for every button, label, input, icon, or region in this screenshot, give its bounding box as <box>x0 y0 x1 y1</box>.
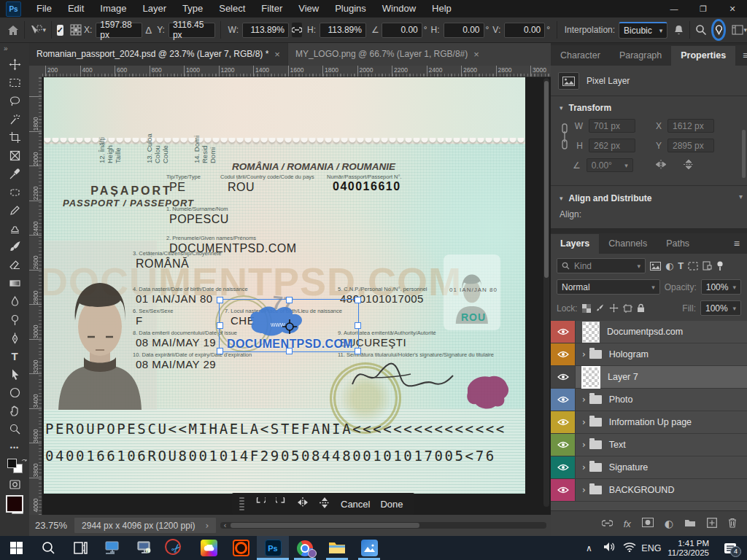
eyedropper-tool[interactable] <box>0 165 29 183</box>
layer-name[interactable]: Text <box>609 440 626 450</box>
blur-tool[interactable] <box>0 292 29 311</box>
visibility-eye-icon[interactable] <box>551 389 576 411</box>
orange-app-icon[interactable] <box>225 536 257 560</box>
start-button[interactable] <box>0 536 32 560</box>
transform-handle-w[interactable] <box>217 322 223 329</box>
flip-vertical-icon[interactable] <box>319 497 330 511</box>
transform-width-field[interactable]: 701 px <box>589 119 635 133</box>
tray-chevron-icon[interactable]: ∧ <box>580 543 597 553</box>
path-selection-tool[interactable] <box>0 365 29 384</box>
quick-mask-icon[interactable] <box>0 475 29 494</box>
menu-plugins[interactable]: Plugins <box>327 0 374 18</box>
crop-tool[interactable] <box>0 128 29 147</box>
type-tool[interactable]: T <box>0 347 29 365</box>
layer-name[interactable]: Information Up page <box>609 417 692 427</box>
ruler-corner[interactable] <box>29 66 43 77</box>
clock[interactable]: 1:41 PM 11/23/2025 <box>662 539 715 558</box>
task-view-icon[interactable] <box>64 536 96 560</box>
scroll-chevron[interactable]: ▾ <box>739 192 743 201</box>
width-field[interactable]: 113.89% <box>242 23 289 38</box>
menu-edit[interactable]: Edit <box>60 0 92 18</box>
eraser-tool[interactable] <box>0 256 29 274</box>
tab-paragraph[interactable]: Paragraph <box>610 46 671 66</box>
interpolation-dropdown[interactable]: Bicubic▾ <box>619 22 667 39</box>
transform-handle-s[interactable] <box>286 348 293 354</box>
minimize-button[interactable]: — <box>659 0 689 18</box>
layer-name[interactable]: Signature <box>609 462 649 472</box>
menu-type[interactable]: Type <box>174 0 211 18</box>
rotation-field[interactable]: 0.00 <box>382 23 422 38</box>
tool-preset-chevron[interactable]: ▾ <box>43 26 47 34</box>
filter-adjustment-layers-icon[interactable]: ◐ <box>665 260 673 271</box>
group-expand-chevron[interactable]: › <box>582 462 586 472</box>
transform-handle-nw[interactable] <box>217 297 223 303</box>
reference-point-locator-icon[interactable] <box>70 24 82 36</box>
visibility-eye-icon[interactable] <box>551 411 576 433</box>
bell-icon[interactable] <box>673 24 684 36</box>
foreground-color-swatch[interactable] <box>7 459 17 468</box>
transform-y-field[interactable]: 2895 px <box>667 139 714 152</box>
visibility-eye-icon[interactable] <box>551 321 576 343</box>
visibility-eye-icon[interactable] <box>551 434 576 456</box>
y-position-field[interactable]: 3116.45 px <box>169 23 215 38</box>
canvas-area[interactable]: 12. ÎnălțiHeighTaille 13. CuloaColouCoul… <box>42 77 551 515</box>
tab-channels[interactable]: Channels <box>599 234 657 254</box>
restore-button[interactable]: ❐ <box>689 0 718 18</box>
language-indicator[interactable]: ENG <box>641 543 659 553</box>
layer-row-layer7-selected[interactable]: Layer 7 <box>551 366 747 389</box>
transform-tool-icon[interactable] <box>30 24 43 36</box>
group-expand-chevron[interactable]: › <box>582 417 586 427</box>
shape-tool[interactable] <box>0 384 29 402</box>
docinfo-chevron[interactable]: › <box>206 521 209 531</box>
transform-handle-ne[interactable] <box>355 297 361 303</box>
snipping-tool-icon[interactable]: ✂ <box>160 536 193 560</box>
scrollbar-thumb[interactable] <box>544 81 549 278</box>
menu-file[interactable]: File <box>28 0 60 18</box>
link-dimensions-icon[interactable] <box>560 122 570 152</box>
photoshop-taskbar-icon[interactable]: Ps <box>257 536 289 560</box>
zoom-percentage[interactable]: 23.75% <box>29 520 74 531</box>
workspace-panel-icon[interactable] <box>732 25 743 35</box>
transform-section-header[interactable]: ▾Transform <box>551 96 747 113</box>
healing-brush-tool[interactable] <box>0 183 29 201</box>
height-field[interactable]: 113.89% <box>320 23 366 38</box>
blend-mode-dropdown[interactable]: Normal▾ <box>557 279 660 295</box>
lock-transparency-icon[interactable] <box>582 304 591 313</box>
panel-menu-icon[interactable]: ≡ <box>735 50 747 66</box>
volume-icon[interactable] <box>600 542 618 554</box>
pencil-tool[interactable] <box>0 201 29 219</box>
transform-handle-n[interactable] <box>286 297 293 303</box>
close-button[interactable]: ✕ <box>718 0 747 18</box>
layer-row-information[interactable]: › Information Up page <box>551 411 747 434</box>
relative-positioning-icon[interactable]: Δ <box>145 25 152 36</box>
new-group-icon[interactable] <box>684 518 696 529</box>
visibility-eye-icon[interactable] <box>551 479 576 501</box>
group-expand-chevron[interactable]: › <box>582 485 586 495</box>
panel-scrollbar[interactable] <box>742 130 746 178</box>
color-picker-swatch[interactable] <box>0 494 29 516</box>
lock-position-icon[interactable] <box>609 303 619 313</box>
layer-name[interactable]: Hologram <box>609 349 649 359</box>
lock-artboard-icon[interactable] <box>623 304 632 313</box>
search-icon[interactable] <box>695 24 707 36</box>
layer-thumbnail[interactable] <box>582 322 600 343</box>
done-button[interactable]: Done <box>380 499 403 510</box>
edit-toolbar-icon[interactable]: ••• <box>0 438 29 456</box>
photos-app-icon[interactable] <box>353 536 385 560</box>
rotate-cw-icon[interactable] <box>276 497 287 511</box>
group-expand-chevron[interactable]: › <box>582 349 586 359</box>
creative-cloud-icon[interactable] <box>193 536 225 560</box>
toggle-reference-point-checkbox[interactable]: ✓ <box>57 25 63 36</box>
filter-toggle-icon[interactable] <box>716 260 724 271</box>
layer-row-hologram[interactable]: › Hologram <box>551 343 747 366</box>
passport-document-canvas[interactable]: 12. ÎnălțiHeighTaille 13. CuloaColouCoul… <box>44 77 525 494</box>
action-center-icon[interactable]: 4 <box>718 542 743 554</box>
transform-handle-sw[interactable] <box>217 348 223 354</box>
menu-filter[interactable]: Filter <box>253 0 290 18</box>
fill-field[interactable]: 100%▾ <box>700 300 741 316</box>
align-section-header[interactable]: ▾Align and Distribute <box>551 186 747 203</box>
layer-row-documentpsd[interactable]: Documentpsd.com <box>551 321 747 343</box>
filter-kind-dropdown[interactable]: Kind ▾ <box>557 258 646 273</box>
tab-paths[interactable]: Paths <box>657 234 699 254</box>
home-icon[interactable] <box>7 25 19 36</box>
